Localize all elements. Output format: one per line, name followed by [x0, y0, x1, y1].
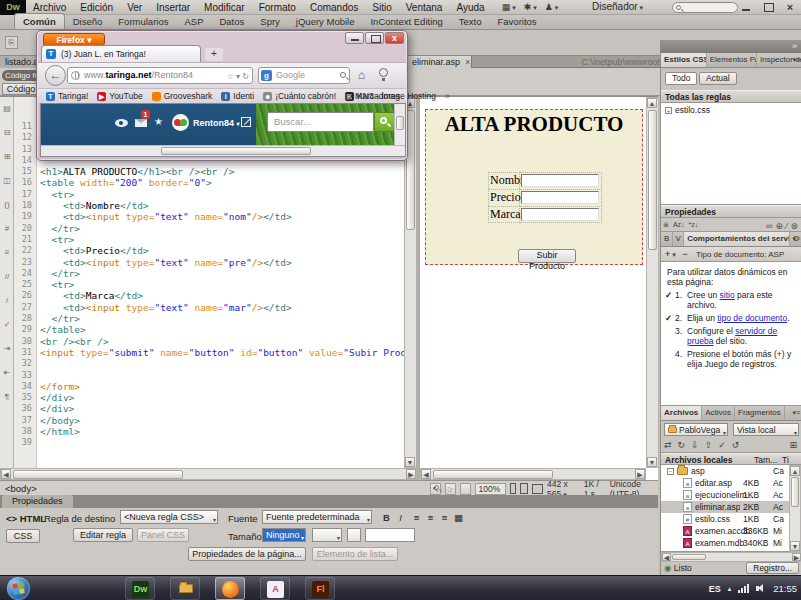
code-line[interactable]: </div> [40, 403, 404, 414]
close-button[interactable]: x [385, 32, 404, 44]
minimize-button[interactable] [345, 32, 364, 44]
firefox-window[interactable]: Firefox ▾ x T (3) Juan L. en Taringa! + … [36, 30, 408, 161]
font-select[interactable]: Fuente predeterminada▾ [262, 510, 372, 524]
sort-set-icon[interactable]: *z↓ [689, 221, 699, 228]
menu-ver[interactable]: Ver [120, 0, 149, 15]
new-rule-icon[interactable]: ⊕ [775, 221, 783, 231]
panel-menu-icon[interactable]: ▾≡ [792, 56, 800, 64]
code-line[interactable] [40, 437, 404, 448]
code-line[interactable]: </div> [40, 392, 404, 403]
file-row-estilo-css[interactable]: #estilo.css1KBCa [661, 513, 801, 525]
network-icon[interactable] [738, 584, 749, 593]
sync-icon[interactable]: ↺ [732, 440, 740, 450]
bookmarks-menu-button[interactable]: ▤Marcadores [345, 91, 400, 101]
start-button[interactable] [7, 577, 30, 600]
favorites-icon[interactable]: ★ [154, 116, 163, 127]
zoom-level-select[interactable]: 100% ▾ [475, 483, 505, 495]
panel-tab-activos[interactable]: Activos [702, 406, 735, 420]
url-bar[interactable]: www.taringa.net/Renton84 ☆ ▾ ↻ [67, 67, 253, 84]
file-row-examen-accdb[interactable]: Aexamen.accdb336KBMi [661, 525, 801, 537]
css-all-button[interactable]: Todo [665, 72, 697, 85]
panel-tab-fragmentos[interactable]: Fragmentos [735, 406, 785, 420]
checkout-icon[interactable]: ✓ [718, 440, 726, 450]
code-line[interactable]: </tr> [40, 268, 404, 279]
wrap-tag-icon[interactable]: ✓ [0, 313, 14, 337]
panel-tab-partial[interactable]: B [661, 232, 673, 246]
design-view[interactable]: ALTA PRODUCTO NombrePrecioMarca Subir Pr… [417, 96, 658, 480]
design-submit-button[interactable]: Subir Producto [518, 249, 576, 263]
collapse-panels-strip[interactable]: » [661, 40, 801, 53]
file-row-editar-asp[interactable]: aeditar.asp4KBAc [661, 477, 801, 489]
menu-formato[interactable]: Formato [252, 0, 303, 15]
code-line[interactable]: </html> [40, 426, 404, 437]
remove-comment-icon[interactable]: / [0, 289, 14, 313]
new-tab-button[interactable]: + [205, 48, 223, 61]
scrollbar-thumb[interactable] [648, 110, 657, 250]
panel-tab-comportamientos-del-servidor[interactable]: Comportamientos del servidor [684, 232, 790, 246]
remove-behavior-button[interactable]: − [682, 249, 687, 259]
bookmark-taringa[interactable]: TTaringa! [46, 91, 88, 101]
menu-sitio[interactable]: Sitio [365, 0, 398, 15]
outdent-icon[interactable]: ⇤ [0, 361, 14, 385]
scrollbar-thumb[interactable] [672, 554, 706, 560]
expand-node-icon[interactable]: + [665, 107, 672, 114]
files-vertical-scrollbar[interactable]: ▲ ▼ [789, 465, 801, 552]
apply-comment-icon[interactable]: // [0, 265, 14, 289]
menu-edici-n[interactable]: Edición [73, 0, 120, 15]
code-line[interactable] [40, 358, 404, 369]
tablet-size-icon[interactable] [520, 483, 528, 494]
align-justify-icon[interactable]: ▦ [452, 512, 465, 523]
mobile-size-icon[interactable] [510, 483, 516, 494]
insert-tab-texto[interactable]: Texto [451, 14, 490, 29]
scrollbar-thumb[interactable] [433, 470, 553, 479]
insert-tab-incontext-editing[interactable]: InContext Editing [362, 14, 450, 29]
tag-selector[interactable]: <body> [5, 483, 37, 494]
layout-switcher-icon[interactable]: ▦▾ [498, 2, 520, 12]
view-select[interactable]: Vista local▾ [733, 423, 799, 436]
insert-tab-favoritos[interactable]: Favoritos [490, 14, 545, 29]
design-text-input-precio[interactable] [521, 191, 599, 204]
bookmark-star-icon[interactable]: ☆ [227, 72, 234, 81]
menu-ayuda[interactable]: Ayuda [449, 0, 491, 15]
code-line[interactable]: <tr> [40, 279, 404, 290]
code-line[interactable]: <td><input type="text" name="pre"/></td> [40, 257, 404, 268]
line-numbers-icon[interactable]: # [0, 217, 14, 241]
search-engine-icon[interactable]: g [261, 70, 272, 81]
code-line[interactable]: <td>Marca</td> [40, 290, 404, 301]
desktop-size-icon[interactable] [532, 484, 543, 494]
code-line[interactable]: <input type="submit" name="button" id="b… [40, 347, 404, 358]
list-item-button[interactable]: Elemento de lista... [312, 547, 398, 561]
page-horizontal-scrollbar[interactable] [41, 145, 406, 156]
connect-icon[interactable]: ⇄ [664, 440, 672, 450]
visits-icon[interactable] [115, 119, 128, 127]
files-tree[interactable]: −aspCaaeditar.asp4KBAcaejecucionelim...1… [661, 465, 801, 552]
italic-button[interactable]: I [394, 512, 407, 523]
insert-tab-com-n[interactable]: Común [14, 13, 65, 29]
insert-tab-datos[interactable]: Datos [211, 14, 252, 29]
dropdown-icon[interactable]: ▾ [236, 72, 240, 81]
color-value-field[interactable] [365, 528, 415, 542]
code-line[interactable]: <br /><br /> [40, 336, 404, 347]
files-column-header[interactable]: Archivos locales Tam... Ti [661, 453, 801, 465]
maximize-button[interactable] [761, 2, 775, 12]
scroll-up-icon[interactable]: ▲ [647, 98, 657, 108]
properties-tab[interactable]: Propiedades [2, 495, 73, 508]
delete-rule-icon[interactable]: ⊗ [790, 221, 798, 231]
code-line[interactable]: <td><input type="text" name="nom"/></td> [40, 211, 404, 222]
scroll-right-icon[interactable]: ▶ [635, 469, 645, 479]
menu-comandos[interactable]: Comandos [303, 0, 365, 15]
edit-rule-icon[interactable]: ∕ [786, 221, 788, 231]
css-panel-button[interactable]: Panel CSS [137, 528, 189, 542]
attach-stylesheet-icon[interactable]: ∞ [766, 221, 772, 231]
html-mode-button[interactable]: <> HTML [6, 513, 46, 524]
code-line[interactable]: </body> [40, 415, 404, 426]
target-rule-select[interactable]: <Nueva regla CSS>▾ [120, 510, 218, 524]
code-line[interactable]: <tr> [40, 234, 404, 245]
insert-tab-jquery-mobile[interactable]: jQuery Mobile [288, 14, 363, 29]
scroll-left-icon[interactable]: ◀ [662, 553, 671, 561]
indent-icon[interactable]: ⇥ [0, 337, 14, 361]
scrollbar-thumb[interactable] [13, 470, 183, 479]
scroll-right-icon[interactable]: ▶ [406, 469, 416, 479]
close-button[interactable]: × [783, 2, 797, 12]
page-properties-button[interactable]: Propiedades de la página... [188, 547, 306, 561]
